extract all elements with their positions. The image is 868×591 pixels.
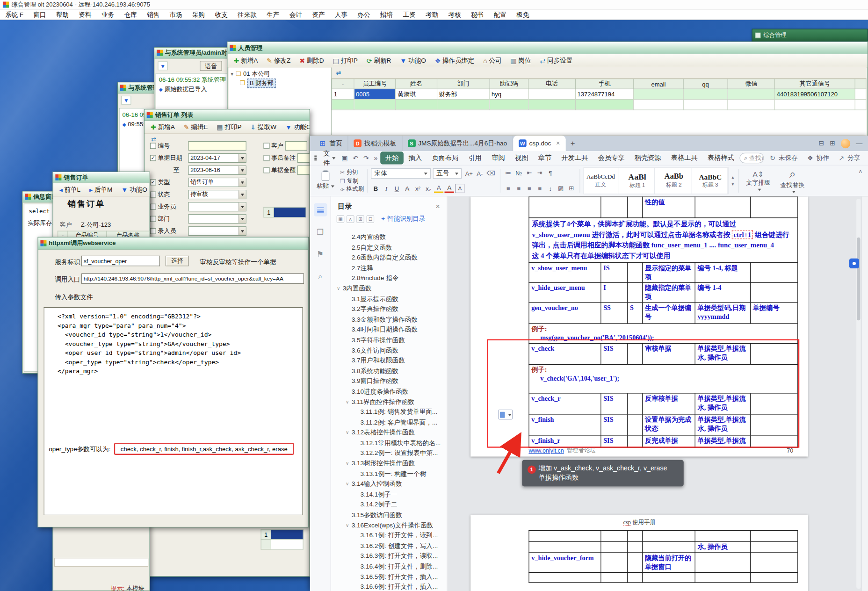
style-card-0[interactable]: AaBbCcDd正文: [584, 168, 618, 194]
outdent-icon[interactable]: ⇤: [525, 168, 534, 178]
tab-1[interactable]: D找稻壳模板: [348, 136, 402, 151]
table-cell[interactable]: [396, 99, 437, 109]
filter-checkbox-customer[interactable]: [263, 143, 269, 149]
collapse-all-icon[interactable]: ⊟: [367, 215, 375, 223]
column-header[interactable]: 手机: [575, 79, 633, 89]
toc-item[interactable]: 3.9窗口操作函数: [331, 376, 447, 386]
table-cell[interactable]: [490, 99, 528, 109]
menubar-item-12[interactable]: 会计: [284, 10, 307, 19]
menubar-item-17[interactable]: 工资: [398, 10, 421, 19]
align-left-icon[interactable]: ≡: [504, 184, 513, 193]
table-row[interactable]: [332, 99, 866, 109]
menubar-item-2[interactable]: 帮助: [51, 10, 74, 19]
menubar-item-9[interactable]: 收支: [210, 10, 233, 19]
chevron-down-icon[interactable]: ∨: [344, 427, 350, 438]
toolbar-button-4[interactable]: ▼功能O: [282, 122, 310, 132]
style-card-2[interactable]: AaBb标题 2: [657, 168, 691, 194]
table-cell[interactable]: [528, 89, 576, 99]
tree-node-finance[interactable]: ❐ B 财务部: [231, 79, 329, 88]
toc-item[interactable]: 3.16.2例: 创建文件，写入...: [331, 541, 447, 551]
table-row[interactable]: 10005黄漪琪财务部hyq13724877194440183199506107…: [332, 89, 866, 99]
column-header[interactable]: 员工编号: [354, 79, 396, 89]
toc-item[interactable]: 2.8#include 指令: [331, 273, 447, 283]
wps-menu-9[interactable]: 稻壳资源: [629, 151, 666, 164]
toc-item[interactable]: 3.13.1例一: 构建一个树: [331, 468, 447, 479]
cut-button[interactable]: ✂剪切: [340, 168, 364, 176]
no-input[interactable]: [188, 141, 246, 150]
toolbar-button-6[interactable]: ❖操作员绑定: [431, 55, 478, 65]
toolbar-button-7[interactable]: ⌂公司: [479, 55, 506, 65]
collapse-up-icon[interactable]: ∧: [347, 215, 354, 223]
font-name-select[interactable]: 宋体: [371, 168, 431, 179]
choose-button[interactable]: 选择: [166, 256, 189, 266]
filter-checkbox-status[interactable]: [150, 191, 156, 197]
menubar-item-10[interactable]: 往来款: [232, 10, 261, 19]
column-header[interactable]: 姓名: [396, 79, 437, 89]
align-center-icon[interactable]: ≡: [514, 184, 523, 193]
voice-button[interactable]: 语音: [200, 61, 222, 71]
swap-columns-icon[interactable]: ⇄: [336, 69, 341, 76]
table-cell[interactable]: [332, 99, 354, 109]
font-size-select[interactable]: 五号: [433, 168, 462, 179]
table-cell[interactable]: [528, 99, 576, 109]
toc-item[interactable]: 2.6函数内部自定义函数: [331, 252, 447, 263]
toc-item[interactable]: 3.16.4例: 打开文件，删除...: [331, 561, 447, 571]
window-remote-strip[interactable]: 综合管理: [752, 29, 868, 42]
selected-cell[interactable]: [274, 207, 306, 217]
toolbar-button-9[interactable]: ⇄同步设置: [536, 55, 576, 65]
filter-checkbox-entry[interactable]: [150, 228, 156, 234]
dropdown-icon[interactable]: [239, 227, 246, 235]
close-icon[interactable]: ×: [556, 139, 560, 147]
column-header[interactable]: 部门: [437, 79, 490, 89]
menubar-item-16[interactable]: 招培: [375, 10, 398, 19]
toc-panel-icon[interactable]: [314, 203, 327, 216]
table-cell[interactable]: [855, 89, 866, 99]
toc-item[interactable]: 3.14.2例子二: [331, 499, 447, 510]
toolbar-button-4[interactable]: ⟳刷新R: [363, 55, 395, 65]
dropdown-icon[interactable]: [239, 166, 246, 174]
menubar-item-3[interactable]: 资料: [74, 10, 97, 19]
filter-checkbox-no[interactable]: [150, 143, 156, 149]
wps-menu-4[interactable]: 审阅: [487, 151, 510, 164]
toolbar-button-0[interactable]: ◂前单L: [55, 184, 84, 195]
toc-item[interactable]: 3.2字典操作函数: [331, 304, 447, 314]
filter-checkbox-amount[interactable]: [263, 167, 269, 173]
style-down-icon[interactable]: ▾: [731, 181, 734, 187]
wps-menu-2[interactable]: 页面布局: [427, 151, 463, 164]
table-cell[interactable]: [354, 99, 396, 109]
number-list-icon[interactable]: №: [514, 168, 523, 178]
main-menu-icon[interactable]: [314, 156, 317, 161]
toc-item[interactable]: 3.12.2例一: 设置报表中第...: [331, 448, 447, 458]
toc-item[interactable]: 3.1显示提示函数: [331, 294, 447, 304]
style-card-3[interactable]: AaBbC标题 3: [694, 168, 728, 194]
table-cell[interactable]: [437, 99, 490, 109]
toc-item[interactable]: 3.6文件访问函数: [331, 345, 447, 355]
text-layout-button[interactable]: A⇕ 文字排版: [742, 167, 774, 194]
chevron-down-icon[interactable]: ∨: [344, 520, 350, 530]
dropdown-icon[interactable]: [239, 153, 246, 162]
entry-select[interactable]: [188, 226, 246, 236]
customer-value[interactable]: Z-公司-123: [81, 221, 111, 229]
toc-item[interactable]: 3.11.2例: 客户管理界面，...: [331, 417, 447, 427]
menubar-item-14[interactable]: 人事: [330, 10, 353, 19]
menubar-item-15[interactable]: 办公: [353, 10, 376, 19]
toc-item[interactable]: 2.5自定义函数: [331, 242, 447, 252]
wps-menu-5[interactable]: 视图: [510, 151, 533, 164]
clear-format-icon[interactable]: ⌫: [485, 169, 496, 178]
scrollbar[interactable]: [856, 199, 861, 589]
table-cell[interactable]: [683, 89, 728, 99]
menubar-item-1[interactable]: 窗口: [29, 10, 51, 19]
menubar-item-20[interactable]: 秘书: [466, 10, 489, 19]
table-cell[interactable]: 440183199506107120: [775, 89, 855, 99]
minimize-icon[interactable]: —: [856, 139, 862, 147]
tree-node-company[interactable]: ▾ ❏ 01 本公司: [231, 69, 329, 79]
tab-grid-icon[interactable]: ⊞: [830, 139, 835, 147]
filter-checkbox-salesman[interactable]: [150, 203, 156, 209]
column-header[interactable]: email: [634, 79, 684, 89]
toc-item[interactable]: ∨3.16Excel(wps)文件操作函数: [331, 520, 447, 530]
italic-icon[interactable]: I: [382, 184, 391, 193]
customer-input[interactable]: [285, 141, 307, 150]
toc-item[interactable]: 3.3金额和数字操作函数: [331, 314, 447, 324]
toolbar-button-3[interactable]: ▤打印P: [329, 55, 362, 65]
find-replace-button[interactable]: ⌕ 查找替换: [776, 167, 809, 194]
